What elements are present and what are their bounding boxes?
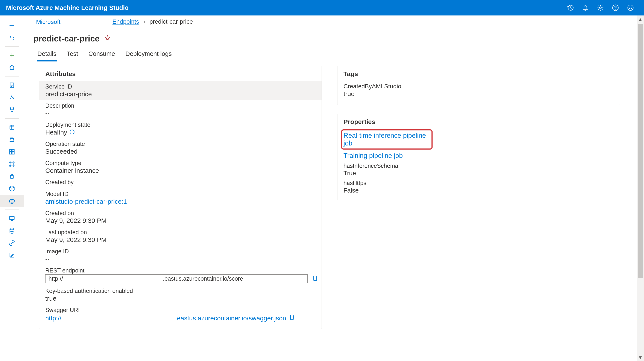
attr-value: Succeeded — [45, 148, 316, 155]
attr-label: Operation state — [45, 141, 316, 147]
attr-value: Container instance — [45, 167, 316, 174]
svg-point-22 — [12, 200, 12, 201]
attr-value: true — [45, 295, 316, 302]
svg-point-16 — [10, 162, 11, 163]
svg-point-24 — [10, 228, 14, 230]
attr-rest-endpoint: REST endpoint — [39, 265, 322, 286]
swagger-link-seg1[interactable]: http:// — [45, 314, 62, 322]
gear-icon[interactable] — [593, 0, 608, 16]
attr-value: May 9, 2022 9:30 PM — [45, 236, 316, 243]
smile-icon[interactable] — [623, 0, 638, 16]
menu-icon[interactable] — [0, 19, 24, 32]
prop-key: hasHttps — [344, 180, 614, 187]
scroll-thumb[interactable] — [638, 24, 643, 278]
svg-point-8 — [10, 107, 11, 109]
tab-consume[interactable]: Consume — [88, 50, 116, 62]
scroll-up-icon[interactable]: ▴ — [637, 16, 644, 23]
pipelines-icon[interactable] — [0, 158, 24, 170]
attr-created-by: Created by — [39, 177, 322, 189]
attr-operation-state: Operation state Succeeded — [39, 139, 322, 158]
scroll-down-icon[interactable]: ▾ — [637, 354, 644, 361]
vertical-scrollbar[interactable]: ▴ ▾ — [637, 16, 644, 361]
left-nav — [0, 16, 24, 361]
undo-icon[interactable] — [0, 32, 24, 44]
bell-icon[interactable] — [578, 0, 593, 16]
plus-icon[interactable] — [0, 49, 24, 62]
attr-deployment-state: Deployment state Healthy — [39, 120, 322, 139]
info-icon[interactable] — [69, 129, 75, 136]
model-id-link[interactable]: amlstudio-predict-car-price:1 — [45, 198, 127, 205]
prop-row: hasHttps False — [338, 179, 620, 196]
svg-rect-11 — [10, 125, 14, 129]
deployment-state-value: Healthy — [45, 129, 67, 136]
attr-label: Created on — [45, 210, 316, 217]
tags-panel: Tags CreatedByAMLStudio true — [337, 66, 620, 105]
endpoints-icon[interactable] — [0, 195, 24, 207]
prop-link-realtime[interactable]: Real-time inference pipeline job — [342, 130, 432, 149]
tag-row: CreatedByAMLStudio true — [338, 81, 620, 101]
labeling-icon[interactable] — [0, 249, 24, 261]
compute-icon[interactable] — [0, 212, 24, 225]
attr-label: Image ID — [45, 248, 316, 255]
attr-description: Description -- — [39, 100, 322, 120]
models-icon[interactable] — [0, 182, 24, 195]
tag-key: CreatedByAMLStudio — [344, 83, 614, 90]
prop-row: hasInferenceSchema True — [338, 161, 620, 179]
attributes-panel: Attributes Service ID predict-car-price … — [39, 66, 322, 329]
svg-point-19 — [13, 165, 14, 167]
attr-key-auth: Key-based authentication enabled true — [39, 286, 322, 305]
page-title: predict-car-price — [34, 34, 100, 44]
tab-details[interactable]: Details — [37, 50, 57, 62]
breadcrumb: Microsoft Endpoints › predict-car-price — [24, 16, 644, 28]
help-icon[interactable] — [608, 0, 623, 16]
attr-label: Key-based authentication enabled — [45, 288, 316, 294]
attr-service-id: Service ID predict-car-price — [39, 81, 322, 100]
svg-point-6 — [631, 7, 632, 7]
prop-value: False — [344, 187, 614, 194]
breadcrumb-endpoints[interactable]: Endpoints — [112, 18, 139, 25]
svg-point-18 — [10, 165, 11, 167]
attr-created-on: Created on May 9, 2022 9:30 PM — [39, 208, 322, 227]
workspace-tab[interactable]: Microsoft — [34, 16, 67, 28]
jobs-icon[interactable] — [0, 133, 24, 146]
properties-panel: Properties Real-time inference pipeline … — [337, 114, 620, 200]
tags-title: Tags — [338, 66, 620, 81]
favorite-star-icon[interactable] — [104, 35, 111, 43]
svg-point-17 — [13, 162, 14, 163]
attr-value: Healthy — [45, 129, 75, 136]
svg-point-9 — [13, 107, 14, 109]
environments-icon[interactable] — [0, 170, 24, 182]
automl-icon[interactable] — [0, 91, 24, 104]
svg-rect-13 — [12, 150, 14, 152]
attr-value: May 9, 2022 9:30 PM — [45, 217, 316, 224]
data-icon[interactable] — [0, 121, 24, 133]
svg-rect-12 — [10, 150, 12, 152]
components-icon[interactable] — [0, 146, 24, 158]
notebook-icon[interactable] — [0, 79, 24, 91]
rest-endpoint-input[interactable] — [45, 274, 308, 283]
home-icon[interactable] — [0, 62, 24, 74]
attr-label: Last updated on — [45, 229, 316, 236]
datastores-icon[interactable] — [0, 225, 24, 237]
svg-rect-14 — [10, 152, 12, 154]
svg-point-4 — [628, 5, 633, 11]
tab-deployment-logs[interactable]: Deployment logs — [125, 50, 172, 62]
swagger-link-seg2[interactable]: .eastus.azurecontainer.io/swagger.json — [175, 314, 286, 322]
prop-value: True — [344, 170, 614, 177]
designer-icon[interactable] — [0, 104, 24, 116]
workspace-label: Microsoft — [36, 19, 60, 25]
svg-rect-23 — [10, 216, 14, 220]
prop-link-training[interactable]: Training pipeline job — [338, 150, 620, 161]
copy-icon[interactable] — [288, 314, 295, 322]
history-icon[interactable] — [563, 0, 578, 16]
svg-point-3 — [615, 9, 616, 10]
attr-image-id: Image ID -- — [39, 246, 322, 265]
attr-label: Swagger URI — [45, 307, 316, 313]
breadcrumb-current: predict-car-price — [150, 18, 193, 25]
tag-value: true — [344, 90, 614, 98]
topbar: Microsoft Azure Machine Learning Studio — [0, 0, 644, 16]
linked-services-icon[interactable] — [0, 237, 24, 249]
tab-test[interactable]: Test — [66, 50, 78, 62]
svg-point-5 — [630, 7, 630, 7]
copy-icon[interactable] — [312, 275, 318, 283]
